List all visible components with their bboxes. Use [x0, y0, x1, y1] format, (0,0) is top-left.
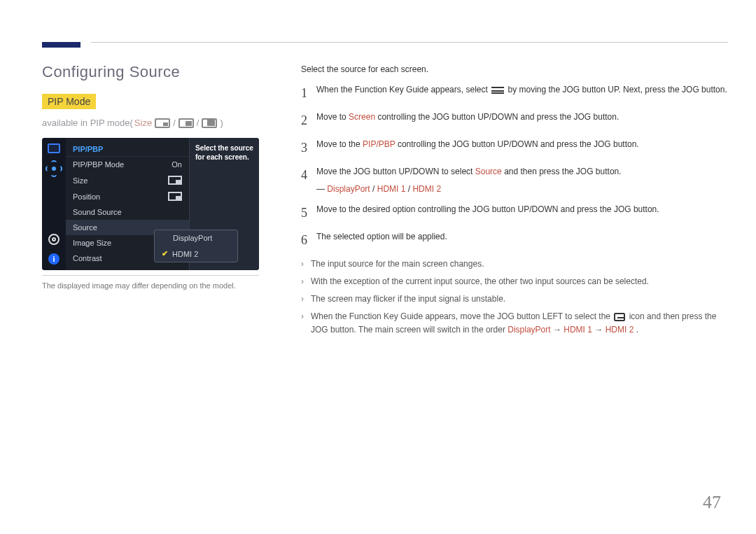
note-2: With the exception of the current input …: [301, 275, 728, 288]
slash: /: [197, 118, 200, 128]
note-3: The screen may flicker if the input sign…: [301, 293, 728, 306]
step-2: 2 Move to Screen controlling the JOG but…: [301, 111, 728, 131]
osd-item-size: Size: [66, 172, 189, 188]
pip-size-small-icon: [155, 118, 170, 128]
step-4: 4 Move the JOG button UP/DOWN to select …: [301, 165, 728, 196]
avail-suffix: ): [220, 118, 223, 128]
notes-list: The input source for the main screen cha…: [301, 258, 728, 337]
footnote-rule: [42, 275, 259, 276]
step-1: 1 When the Function Key Guide appears, s…: [301, 83, 728, 104]
right-column: Select the source for each screen. 1 Whe…: [301, 63, 728, 341]
step-5: 5 Move to the desired option controlling…: [301, 203, 728, 223]
osd-menu-title: PIP/PBP: [66, 142, 189, 157]
avail-size-label: Size: [134, 118, 152, 128]
note-1: The input source for the main screen cha…: [301, 258, 728, 271]
intro-text: Select the source for each screen.: [301, 63, 728, 76]
section-title: Configuring Source: [42, 63, 287, 81]
note-4: When the Function Key Guide appears, mov…: [301, 310, 728, 337]
osd-source-popup: DisplayPort ✔ HDMI 2: [154, 230, 238, 262]
popup-option-hdmi2: ✔ HDMI 2: [155, 246, 237, 262]
availability-note: available in PIP mode( Size / / ): [42, 118, 287, 128]
header-accent: [42, 42, 80, 48]
source-icon: [614, 313, 625, 321]
header-rule: [91, 42, 728, 43]
pip-mode-badge: PIP Mode: [42, 94, 96, 109]
info-icon: i: [48, 253, 59, 265]
avail-prefix: available in PIP mode(: [42, 118, 133, 128]
jog-nav-icon: [47, 162, 61, 176]
step-6: 6 The selected option will be applied.: [301, 230, 728, 251]
page-number: 47: [703, 492, 721, 513]
osd-item-position: Position: [66, 188, 189, 204]
steps-list: 1 When the Function Key Guide appears, s…: [301, 83, 728, 250]
left-column: Configuring Source PIP Mode available in…: [42, 63, 301, 341]
step-3: 3 Move to the PIP/PBP controlling the JO…: [301, 138, 728, 158]
osd-item-mode: PIP/PBP Mode On: [66, 157, 189, 172]
gear-icon: [48, 234, 59, 245]
pip-position-value-icon: [168, 192, 182, 201]
menu-icon: [491, 87, 504, 94]
pip-size-large-icon: [202, 118, 217, 128]
pip-size-medium-icon: [178, 118, 194, 128]
osd-sidebar: i: [42, 138, 66, 270]
slash: /: [173, 118, 176, 128]
image-disclaimer: The displayed image may differ depending…: [42, 281, 259, 290]
content-columns: Configuring Source PIP Mode available in…: [42, 35, 728, 341]
check-icon: ✔: [162, 249, 168, 258]
pip-size-value-icon: [168, 176, 182, 185]
popup-option-displayport: DisplayPort: [155, 230, 237, 246]
osd-item-soundsource: Sound Source: [66, 204, 189, 220]
monitor-icon: [48, 143, 60, 153]
manual-page: Configuring Source PIP Mode available in…: [0, 0, 756, 534]
